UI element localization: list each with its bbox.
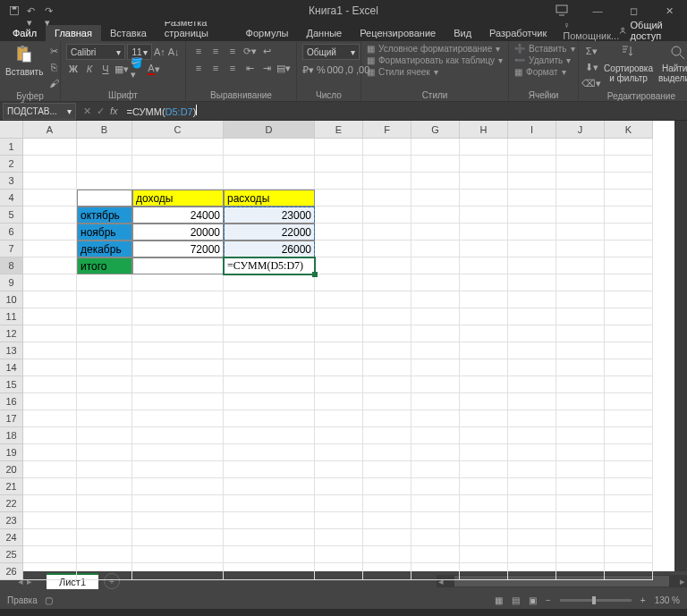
- cell[interactable]: [556, 190, 605, 207]
- cell[interactable]: [556, 529, 605, 546]
- cell[interactable]: итого: [77, 257, 132, 274]
- cell[interactable]: [460, 257, 508, 274]
- cell[interactable]: [508, 257, 556, 274]
- cell[interactable]: [460, 291, 508, 308]
- cell[interactable]: [363, 444, 411, 461]
- tab-developer[interactable]: Разработчик: [480, 25, 556, 41]
- cell[interactable]: [77, 444, 132, 461]
- cell[interactable]: [315, 224, 363, 240]
- cell[interactable]: [77, 427, 132, 444]
- cell[interactable]: [556, 410, 605, 427]
- cell[interactable]: [315, 427, 363, 444]
- row-header[interactable]: 23: [0, 512, 23, 529]
- row-header[interactable]: 26: [0, 563, 23, 580]
- row-header[interactable]: 17: [0, 410, 23, 427]
- cell[interactable]: [556, 359, 605, 376]
- cell[interactable]: [411, 427, 460, 444]
- cell[interactable]: [411, 478, 460, 495]
- cell[interactable]: [508, 240, 556, 257]
- cell[interactable]: [23, 376, 77, 393]
- cell[interactable]: [132, 478, 224, 495]
- cell[interactable]: [77, 359, 132, 376]
- cell[interactable]: [224, 173, 315, 190]
- cancel-icon[interactable]: ✕: [83, 105, 91, 117]
- cell[interactable]: [224, 461, 315, 478]
- cell[interactable]: [556, 156, 605, 173]
- cell[interactable]: [411, 325, 460, 342]
- cell[interactable]: [23, 291, 77, 308]
- cell[interactable]: [556, 563, 605, 580]
- cell[interactable]: [411, 563, 460, 580]
- cell[interactable]: [411, 546, 460, 563]
- cell[interactable]: [556, 478, 605, 495]
- cell[interactable]: [460, 546, 508, 563]
- orientation-icon[interactable]: ⟳▾: [242, 44, 257, 58]
- cell[interactable]: [411, 274, 460, 291]
- cell[interactable]: [132, 257, 224, 274]
- cell[interactable]: [23, 359, 77, 376]
- name-box[interactable]: ПОДСТАВ...▾: [3, 103, 76, 120]
- cell[interactable]: [132, 156, 224, 173]
- cell[interactable]: [315, 546, 363, 563]
- cell[interactable]: [411, 139, 460, 156]
- cell[interactable]: [132, 546, 224, 563]
- cell[interactable]: [460, 308, 508, 325]
- cell[interactable]: октябрь: [77, 207, 132, 224]
- cell[interactable]: [315, 325, 363, 342]
- bold-button[interactable]: Ж: [66, 62, 81, 76]
- cell[interactable]: [411, 393, 460, 410]
- cell[interactable]: [363, 156, 411, 173]
- cell[interactable]: [508, 376, 556, 393]
- cell[interactable]: [460, 342, 508, 359]
- row-header[interactable]: 10: [0, 291, 23, 308]
- row-header[interactable]: 21: [0, 478, 23, 495]
- cell[interactable]: [315, 393, 363, 410]
- cell[interactable]: [411, 512, 460, 529]
- cell[interactable]: [605, 240, 653, 257]
- macro-record-icon[interactable]: ▢: [45, 595, 53, 605]
- cell[interactable]: [411, 257, 460, 274]
- paste-button[interactable]: Вставить: [5, 44, 43, 90]
- cell[interactable]: [23, 410, 77, 427]
- cell[interactable]: [132, 342, 224, 359]
- cell[interactable]: [23, 173, 77, 190]
- cell[interactable]: [315, 410, 363, 427]
- cell[interactable]: [460, 224, 508, 240]
- wrap-text-icon[interactable]: ↩: [259, 44, 274, 58]
- cell[interactable]: [315, 257, 363, 274]
- cell[interactable]: [77, 393, 132, 410]
- cell[interactable]: [77, 546, 132, 563]
- cell[interactable]: [23, 478, 77, 495]
- cell[interactable]: [556, 495, 605, 512]
- cell[interactable]: 24000: [132, 207, 224, 224]
- row-header[interactable]: 16: [0, 393, 23, 410]
- column-header[interactable]: G: [411, 121, 460, 139]
- cell[interactable]: [556, 173, 605, 190]
- cell[interactable]: [224, 444, 315, 461]
- cell[interactable]: доходы: [132, 190, 224, 207]
- row-header[interactable]: 15: [0, 376, 23, 393]
- cell[interactable]: [508, 207, 556, 224]
- select-all-triangle[interactable]: [0, 121, 23, 139]
- align-mid-icon[interactable]: ≡: [208, 44, 223, 58]
- cell[interactable]: [556, 139, 605, 156]
- cell[interactable]: [77, 461, 132, 478]
- row-header[interactable]: 13: [0, 342, 23, 359]
- shrink-font-icon[interactable]: A↓: [167, 45, 180, 59]
- row-header[interactable]: 1: [0, 139, 23, 156]
- cell[interactable]: [411, 240, 460, 257]
- cell[interactable]: [363, 495, 411, 512]
- cell[interactable]: [315, 342, 363, 359]
- cell[interactable]: [224, 563, 315, 580]
- cell[interactable]: [224, 308, 315, 325]
- indent-dec-icon[interactable]: ⇤: [242, 61, 257, 75]
- row-header[interactable]: 9: [0, 274, 23, 291]
- align-top-icon[interactable]: ≡: [191, 44, 206, 58]
- cell[interactable]: [605, 359, 653, 376]
- row-header[interactable]: 19: [0, 444, 23, 461]
- cell[interactable]: [224, 512, 315, 529]
- enter-icon[interactable]: ✓: [97, 105, 105, 117]
- cell[interactable]: [363, 342, 411, 359]
- cell[interactable]: [411, 224, 460, 240]
- align-bot-icon[interactable]: ≡: [225, 44, 240, 58]
